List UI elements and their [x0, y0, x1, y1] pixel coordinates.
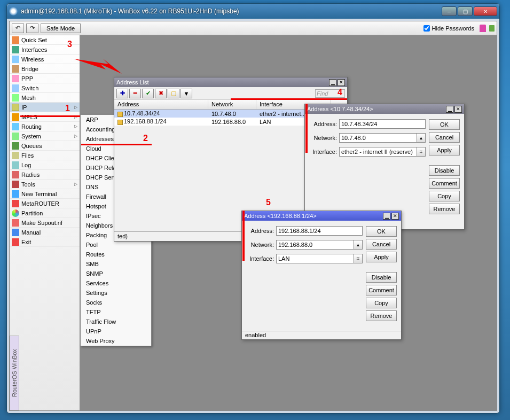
submenu-item-routes[interactable]: Routes [81, 250, 151, 259]
sidebar-item-system[interactable]: System▷ [10, 131, 80, 141]
interface-dropdown-icon[interactable]: ∓ [417, 147, 426, 157]
sidebar-item-ppp[interactable]: PPP [10, 74, 80, 83]
cancel-button[interactable]: Cancel [429, 132, 460, 143]
comment-button[interactable]: Comment [366, 285, 397, 295]
filter-button[interactable]: ▼ [181, 89, 192, 98]
dialog2-minimize-icon[interactable]: ▁ [383, 213, 390, 220]
network-input[interactable] [339, 133, 417, 143]
find-input[interactable]: Find [315, 89, 345, 98]
dialog1-close-icon[interactable]: ✕ [454, 106, 462, 113]
sidebar-item-partition[interactable]: Partition [10, 208, 80, 218]
address-input[interactable] [339, 119, 426, 129]
sidebar-item-radius[interactable]: Radius [10, 170, 80, 180]
dialog1-minimize-icon[interactable]: ▁ [446, 106, 453, 113]
submenu-item-snmp[interactable]: SNMP [81, 269, 151, 278]
address-input-2[interactable] [276, 226, 363, 236]
sidebar-item-switch[interactable]: Switch [10, 83, 80, 93]
col-network[interactable]: Network [208, 100, 256, 109]
submenu-item-web-proxy[interactable]: Web Proxy [81, 336, 151, 346]
sidebar-item-label: Files [21, 152, 34, 159]
mdi-area: Quick SetInterfacesWirelessBridgePPPSwit… [10, 35, 497, 410]
network-up-icon[interactable]: ▲ [417, 133, 426, 143]
address-list-toolbar: ✚ ━ ✔ ✖ ▢ ▼ Find [114, 87, 347, 100]
sidebar-item-new-terminal[interactable]: New Terminal [10, 189, 80, 199]
apply-button[interactable]: Apply [366, 252, 397, 262]
sidebar-item-mpls[interactable]: MPLS▷ [10, 112, 80, 122]
lock-icon [480, 25, 486, 32]
address-dialog-2[interactable]: Address <192.168.88.1/24> ▁ ✕ Address: N… [241, 211, 402, 340]
maximize-button[interactable]: ▢ [458, 6, 473, 16]
sidebar-item-wireless[interactable]: Wireless [10, 55, 80, 64]
ok-button[interactable]: OK [429, 119, 460, 130]
sidebar-item-metarouter[interactable]: MetaROUTER [10, 199, 80, 208]
sidebar-item-exit[interactable]: Exit [10, 237, 80, 247]
address-list-minimize-icon[interactable]: ▁ [329, 79, 336, 86]
sidebar-item-queues[interactable]: Queues [10, 141, 80, 151]
interface-input[interactable] [339, 147, 417, 157]
comment-button[interactable]: ▢ [168, 89, 179, 98]
sidebar-item-ip[interactable]: IP▷ [10, 103, 80, 112]
remove-button[interactable]: ━ [129, 89, 141, 98]
i-ppp-icon [12, 75, 19, 82]
hide-passwords-checkbox[interactable] [423, 25, 430, 32]
dialog2-status: enabled [242, 331, 401, 339]
close-button[interactable]: ✕ [474, 6, 497, 16]
sidebar-item-label: MPLS [21, 114, 37, 120]
ok-button[interactable]: OK [366, 226, 397, 237]
cancel-button[interactable]: Cancel [366, 239, 397, 250]
network-up-icon-2[interactable]: ▲ [354, 240, 363, 250]
submenu-item-tftp[interactable]: TFTP [81, 307, 151, 317]
i-ex-icon [12, 238, 19, 246]
sidebar-item-routing[interactable]: Routing▷ [10, 122, 80, 131]
minimize-button[interactable]: – [442, 6, 457, 16]
sidebar-item-manual[interactable]: Manual [10, 228, 80, 237]
interface-dropdown-icon-2[interactable]: ∓ [354, 254, 363, 263]
redo-button[interactable]: ↷ [26, 24, 38, 33]
add-button[interactable]: ✚ [116, 89, 128, 98]
col-address[interactable]: Address [114, 100, 208, 109]
address-dialog-1-titlebar[interactable]: Address <10.7.48.34/24> ▁ ✕ [305, 104, 464, 114]
i-sys-icon [12, 133, 19, 140]
submenu-item-services[interactable]: Services [81, 278, 151, 288]
sidebar-item-make-supout-rif[interactable]: Make Supout.rif [10, 218, 80, 228]
safe-mode-button[interactable]: Safe Mode [41, 24, 81, 33]
enable-button[interactable]: ✔ [142, 89, 154, 98]
submenu-item-upnp[interactable]: UPnP [81, 326, 151, 336]
remove-button[interactable]: Remove [429, 204, 460, 214]
sidebar-item-quick-set[interactable]: Quick Set [10, 35, 80, 45]
apply-button[interactable]: Apply [429, 145, 460, 155]
address-list-close-icon[interactable]: ✕ [338, 79, 345, 86]
dialog2-close-icon[interactable]: ✕ [391, 213, 399, 220]
submenu-item-settings[interactable]: Settings [81, 288, 151, 298]
disable-button[interactable]: Disable [429, 165, 460, 176]
sidebar-item-label: Switch [21, 85, 38, 91]
comment-button[interactable]: Comment [429, 178, 460, 189]
disable-button[interactable]: Disable [366, 272, 397, 283]
submenu-item-smb[interactable]: SMB [81, 259, 151, 269]
remove-button[interactable]: Remove [366, 310, 397, 321]
copy-button[interactable]: Copy [429, 191, 460, 201]
address-dialog-2-title: Address <192.168.88.1/24> [244, 213, 382, 219]
undo-button[interactable]: ↶ [12, 24, 24, 33]
address-dialog-2-titlebar[interactable]: Address <192.168.88.1/24> ▁ ✕ [242, 211, 401, 221]
copy-button[interactable]: Copy [366, 298, 397, 308]
network-input-2[interactable] [276, 240, 354, 250]
sidebar-item-log[interactable]: Log [10, 160, 80, 170]
submenu-item-traffic-flow[interactable]: Traffic Flow [81, 317, 151, 326]
interface-input-2[interactable] [276, 254, 354, 263]
i-quick-icon [12, 36, 19, 44]
sidebar-item-files[interactable]: Files [10, 151, 80, 160]
address-list-titlebar[interactable]: Address List ▁ ✕ [114, 77, 347, 87]
sidebar-item-label: Mesh [21, 95, 36, 101]
sidebar-item-interfaces[interactable]: Interfaces [10, 45, 80, 55]
submenu-item-socks[interactable]: Socks [81, 298, 151, 307]
disable-button[interactable]: ✖ [155, 89, 167, 98]
sidebar-item-bridge[interactable]: Bridge [10, 64, 80, 74]
i-nt-icon [12, 190, 19, 198]
interface-label-2: Interface: [246, 255, 276, 262]
sidebar-item-mesh[interactable]: Mesh [10, 93, 80, 103]
sidebar-item-tools[interactable]: Tools▷ [10, 180, 80, 189]
titlebar[interactable]: admin@192.168.88.1 (MikroTik) - WinBox v… [7, 4, 499, 19]
hide-passwords-toggle[interactable]: Hide Passwords [423, 25, 474, 32]
top-toolbar: ↶ ↷ Safe Mode Hide Passwords [10, 21, 497, 35]
